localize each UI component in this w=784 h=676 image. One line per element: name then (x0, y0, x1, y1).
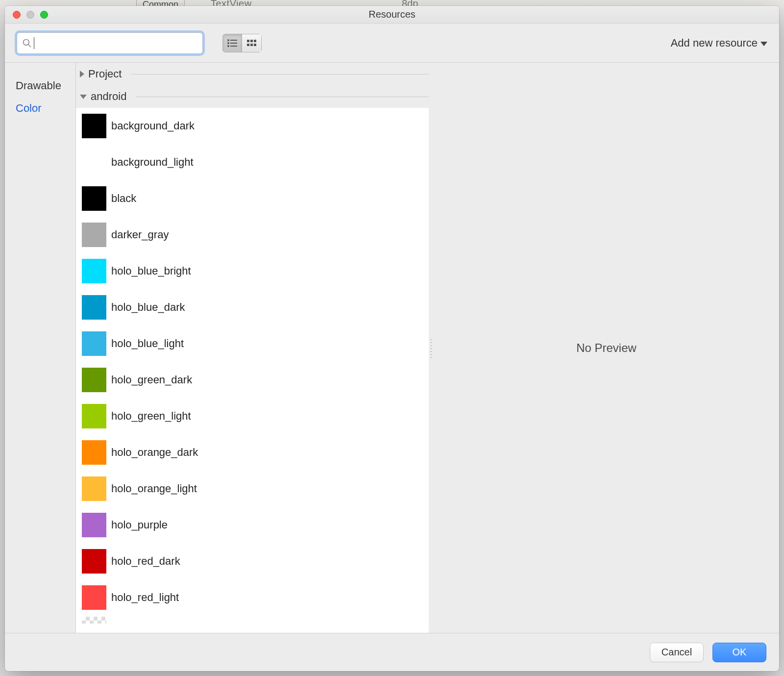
svg-rect-11 (247, 44, 249, 46)
color-row[interactable]: black (76, 180, 429, 217)
color-swatch-transparent (82, 617, 106, 624)
chevron-down-icon (760, 42, 767, 46)
color-name: holo_orange_dark (111, 446, 198, 459)
color-name: background_dark (111, 120, 195, 132)
sidebar-item-drawable[interactable]: Drawable (5, 75, 75, 97)
color-swatch (82, 295, 106, 320)
color-swatch (82, 549, 106, 574)
group-label: Project (88, 68, 122, 80)
color-row[interactable]: holo_green_dark (76, 362, 429, 398)
grip-icon (430, 338, 433, 358)
color-name: holo_purple (111, 519, 168, 531)
add-new-resource-label: Add new resource (671, 37, 758, 50)
color-swatch (82, 114, 106, 138)
color-row[interactable]: holo_green_light (76, 398, 429, 434)
view-list-button[interactable] (222, 34, 242, 52)
add-new-resource-dropdown[interactable]: Add new resource (671, 37, 767, 50)
dialog-title: Resources (5, 9, 779, 20)
svg-line-1 (28, 44, 31, 47)
zoom-icon[interactable] (40, 11, 48, 19)
color-swatch (82, 476, 106, 501)
search-field-wrap[interactable] (17, 32, 203, 54)
color-name: holo_blue_dark (111, 301, 185, 314)
svg-rect-12 (250, 44, 253, 46)
color-swatch (82, 259, 106, 283)
cancel-button[interactable]: Cancel (650, 643, 704, 662)
grid-icon (247, 40, 257, 47)
resource-list-pane: Project android background_dark backgrou… (76, 63, 429, 633)
resources-dialog: Resources (5, 6, 779, 671)
color-name: holo_red_light (111, 591, 179, 604)
preview-placeholder: No Preview (576, 341, 637, 355)
group-label: android (91, 90, 126, 103)
group-header-project[interactable]: Project (76, 63, 429, 85)
color-row[interactable]: holo_red_light (76, 579, 429, 616)
group-header-android[interactable]: android (76, 85, 429, 108)
color-row[interactable]: holo_blue_bright (76, 253, 429, 289)
close-icon[interactable] (13, 11, 21, 19)
color-row[interactable]: holo_orange_light (76, 471, 429, 507)
color-name: background_light (111, 156, 194, 169)
color-row[interactable] (76, 616, 429, 625)
search-input[interactable] (38, 37, 197, 49)
window-controls (13, 11, 48, 19)
color-swatch (82, 513, 106, 537)
color-name: holo_green_light (111, 410, 191, 423)
view-toggle-group (222, 34, 262, 52)
svg-rect-13 (254, 44, 256, 46)
color-name: holo_orange_light (111, 482, 197, 495)
color-name: holo_red_dark (111, 555, 180, 568)
preview-pane: No Preview (434, 63, 779, 633)
color-row[interactable]: background_dark (76, 108, 429, 144)
color-swatch (82, 150, 106, 175)
minimize-icon[interactable] (26, 11, 34, 19)
svg-point-2 (227, 39, 229, 41)
svg-rect-3 (230, 40, 237, 41)
disclosure-down-icon (80, 95, 87, 99)
dialog-titlebar: Resources (5, 6, 779, 24)
svg-point-4 (227, 42, 229, 44)
ok-button[interactable]: OK (712, 643, 766, 662)
color-swatch (82, 331, 106, 356)
disclosure-right-icon (80, 71, 84, 77)
color-row[interactable]: holo_purple (76, 507, 429, 543)
color-name: darker_gray (111, 228, 169, 241)
list-icon (227, 39, 237, 47)
color-name: holo_blue_bright (111, 265, 191, 277)
dialog-toolbar: Add new resource (5, 24, 779, 63)
resource-type-sidebar: Drawable Color (5, 63, 76, 633)
dialog-footer: Cancel OK (5, 633, 779, 671)
color-row[interactable]: holo_red_dark (76, 543, 429, 579)
svg-rect-8 (247, 40, 249, 42)
color-list[interactable]: background_dark background_light black d… (76, 108, 429, 633)
color-swatch (82, 186, 106, 211)
color-row[interactable]: holo_blue_dark (76, 289, 429, 325)
color-row[interactable]: holo_blue_light (76, 325, 429, 362)
color-swatch (82, 404, 106, 428)
color-swatch (82, 440, 106, 465)
color-row[interactable]: holo_orange_dark (76, 434, 429, 471)
dialog-body: Drawable Color Project android backgroun… (5, 63, 779, 633)
color-name: holo_blue_light (111, 337, 184, 350)
svg-point-6 (227, 45, 229, 47)
text-caret (34, 37, 34, 49)
color-name: black (111, 192, 136, 205)
color-swatch (82, 585, 106, 610)
color-row[interactable]: background_light (76, 144, 429, 180)
svg-rect-5 (230, 43, 237, 44)
search-icon (22, 38, 32, 48)
color-swatch (82, 223, 106, 247)
view-grid-button[interactable] (242, 34, 262, 52)
svg-rect-10 (254, 40, 256, 42)
color-name: holo_green_dark (111, 374, 192, 386)
svg-rect-7 (230, 46, 237, 47)
pane-splitter[interactable] (429, 63, 434, 633)
sidebar-item-color[interactable]: Color (5, 97, 75, 120)
color-swatch (82, 368, 106, 392)
color-row[interactable]: darker_gray (76, 217, 429, 253)
svg-rect-9 (250, 40, 253, 42)
